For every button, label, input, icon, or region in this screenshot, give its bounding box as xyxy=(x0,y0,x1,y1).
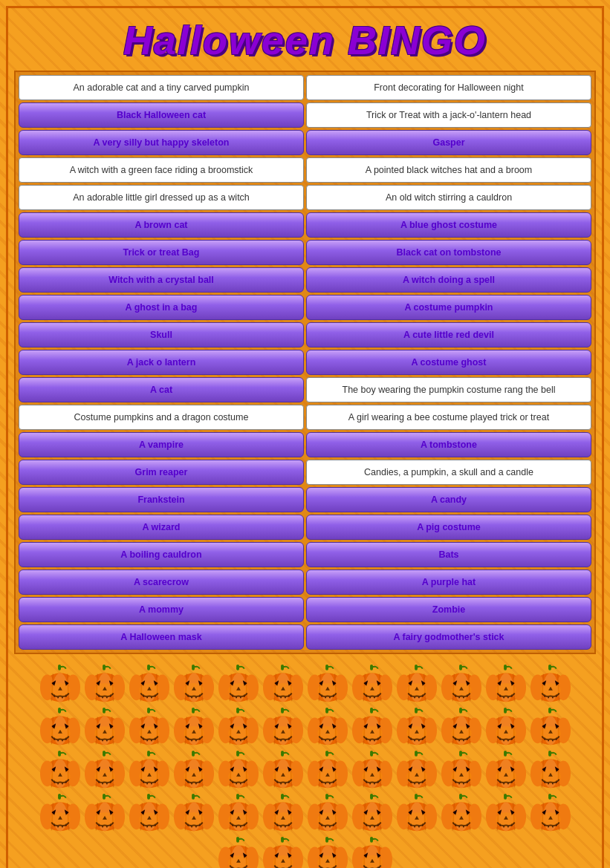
bingo-cell-text-35: Bats xyxy=(438,549,458,561)
bingo-cell-32[interactable]: A wizard xyxy=(19,515,304,540)
pumpkin-icon xyxy=(83,663,126,705)
bingo-cell-19[interactable]: A cute little red devil xyxy=(306,322,591,347)
bingo-cell-13[interactable]: Black cat on tombstone xyxy=(306,240,591,265)
bingo-cell-31[interactable]: A candy xyxy=(306,487,591,512)
pumpkin-icon xyxy=(351,663,394,705)
bingo-cell-15[interactable]: A witch doing a spell xyxy=(306,267,591,293)
bingo-cell-text-3: Trick or Treat with a jack-o'-lantern he… xyxy=(366,110,531,121)
bingo-cell-text-41: A fairy godmother's stick xyxy=(393,632,504,643)
svg-point-89 xyxy=(273,683,293,697)
bingo-cell-11[interactable]: A blue ghost costume xyxy=(306,212,591,238)
pumpkin-decoration xyxy=(14,654,596,868)
bingo-cell-text-24: Costume pumpkins and a dragon costume xyxy=(74,412,249,423)
bingo-cell-39[interactable]: Zombie xyxy=(306,597,591,622)
bingo-cell-17[interactable]: A costume pumpkin xyxy=(306,295,591,320)
svg-point-29 xyxy=(94,683,114,697)
svg-point-359 xyxy=(540,726,560,740)
bingo-cell-41[interactable]: A fairy godmother's stick xyxy=(306,624,591,650)
pumpkin-icon xyxy=(39,706,82,748)
svg-point-704 xyxy=(496,812,516,826)
svg-point-194 xyxy=(50,726,70,740)
bingo-cell-text-19: A cute little red devil xyxy=(403,330,494,341)
svg-point-209 xyxy=(94,726,114,740)
bingo-cell-24[interactable]: Costume pumpkins and a dragon costume xyxy=(19,405,304,430)
bingo-cell-20[interactable]: A jack o lantern xyxy=(19,350,304,375)
page-wrapper: Halloween BINGO An adorable cat and a ti… xyxy=(6,6,604,868)
bingo-cell-text-11: A blue ghost costume xyxy=(400,220,497,231)
bingo-cell-12[interactable]: Trick or treat Bag xyxy=(19,240,304,265)
bingo-cell-text-22: A cat xyxy=(150,385,172,396)
svg-point-659 xyxy=(362,812,382,826)
svg-point-389 xyxy=(94,769,114,783)
bingo-cell-text-31: A candy xyxy=(431,495,467,506)
bingo-cell-33[interactable]: A pig costume xyxy=(306,515,591,540)
bingo-cell-37[interactable]: A purple hat xyxy=(306,570,591,595)
bingo-cell-38[interactable]: A mommy xyxy=(19,597,304,622)
bingo-cell-10[interactable]: A brown cat xyxy=(19,212,304,238)
pumpkin-icon xyxy=(217,792,260,834)
bingo-cell-text-15: A witch doing a spell xyxy=(403,275,495,286)
svg-point-629 xyxy=(273,812,293,826)
svg-point-134 xyxy=(406,683,426,697)
bingo-cell-14[interactable]: Witch with a crystal ball xyxy=(19,267,304,293)
bingo-cell-5[interactable]: Gasper xyxy=(306,130,591,155)
pumpkin-icon xyxy=(262,749,305,791)
bingo-cell-18[interactable]: Skull xyxy=(19,322,304,347)
bingo-cell-40[interactable]: A Halloween mask xyxy=(19,624,304,650)
pumpkin-icon xyxy=(306,792,349,834)
bingo-cell-text-38: A mommy xyxy=(139,604,184,616)
bingo-cell-22[interactable]: A cat xyxy=(19,377,304,402)
bingo-cell-34[interactable]: A boiling cauldron xyxy=(19,542,304,567)
pumpkin-icon xyxy=(172,792,215,834)
bingo-cell-21[interactable]: A costume ghost xyxy=(306,350,591,375)
bingo-cell-2[interactable]: Black Halloween cat xyxy=(19,102,304,128)
bingo-cell-27[interactable]: A tombstone xyxy=(306,432,591,457)
bingo-cell-6[interactable]: A witch with a green face riding a broom… xyxy=(19,157,304,183)
svg-point-104 xyxy=(317,683,337,697)
pumpkin-icon xyxy=(39,749,82,791)
svg-point-14 xyxy=(50,683,70,697)
bingo-cell-23[interactable]: The boy wearing the pumpkin costume rang… xyxy=(306,377,591,402)
svg-point-689 xyxy=(451,812,471,826)
bingo-cell-text-40: A Halloween mask xyxy=(120,632,201,643)
bingo-cell-35[interactable]: Bats xyxy=(306,542,591,567)
bingo-cell-25[interactable]: A girl wearing a bee costume played tric… xyxy=(306,405,591,430)
bingo-cell-30[interactable]: Frankstein xyxy=(19,487,304,512)
pumpkin-icon xyxy=(306,663,349,705)
bingo-cell-text-5: Gasper xyxy=(432,137,464,149)
bingo-cell-3[interactable]: Trick or Treat with a jack-o'-lantern he… xyxy=(306,102,591,128)
svg-point-59 xyxy=(184,683,204,697)
bingo-cell-0[interactable]: An adorable cat and a tiny carved pumpki… xyxy=(19,75,304,100)
bingo-cell-4[interactable]: A very silly but happy skeleton xyxy=(19,130,304,155)
bingo-cell-text-1: Front decorating for Halloween night xyxy=(374,82,524,94)
bingo-cell-text-37: A purple hat xyxy=(422,577,476,588)
bingo-cell-7[interactable]: A pointed black witches hat and a broom xyxy=(306,157,591,183)
pumpkin-icon xyxy=(39,663,82,705)
bingo-cell-9[interactable]: An old witch stirring a cauldron xyxy=(306,185,591,210)
pumpkin-icon xyxy=(83,706,126,748)
pumpkin-icon xyxy=(262,663,305,705)
svg-point-434 xyxy=(228,769,248,783)
svg-point-269 xyxy=(273,726,293,740)
bingo-cell-1[interactable]: Front decorating for Halloween night xyxy=(306,75,591,100)
bingo-cell-28[interactable]: Grim reaper xyxy=(19,460,304,485)
svg-point-464 xyxy=(317,769,337,783)
pumpkin-icon xyxy=(484,706,528,748)
svg-point-584 xyxy=(139,812,159,826)
pumpkin-icon xyxy=(351,749,394,791)
svg-point-404 xyxy=(139,769,159,783)
bingo-cell-8[interactable]: An adorable little girl dressed up as a … xyxy=(19,185,304,210)
svg-point-314 xyxy=(406,726,426,740)
pumpkin-icon xyxy=(262,792,305,834)
pumpkin-icon xyxy=(306,835,349,868)
svg-point-224 xyxy=(139,726,159,740)
bingo-cell-text-23: The boy wearing the pumpkin costume rang… xyxy=(343,385,556,396)
pumpkin-icon xyxy=(172,663,215,705)
svg-point-374 xyxy=(50,769,70,783)
bingo-cell-26[interactable]: A vampire xyxy=(19,432,304,457)
svg-point-239 xyxy=(184,726,204,740)
bingo-cell-29[interactable]: Candies, a pumpkin, a skull and a candle xyxy=(306,460,591,485)
bingo-cell-16[interactable]: A ghost in a bag xyxy=(19,295,304,320)
bingo-cell-36[interactable]: A scarecrow xyxy=(19,570,304,595)
svg-point-74 xyxy=(228,683,248,697)
